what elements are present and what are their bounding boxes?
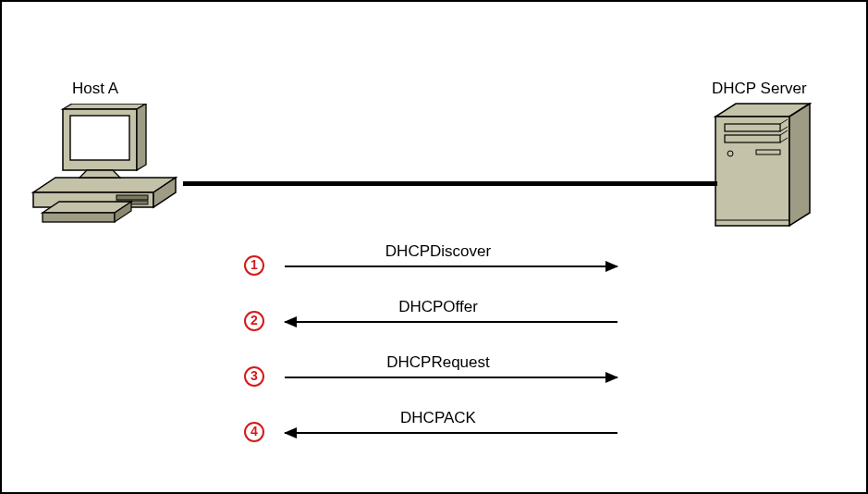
- step-1-label: DHCPDiscover: [244, 242, 632, 261]
- step-4-row: 4 DHCPACK: [244, 413, 632, 450]
- step-3-row: 3 DHCPRequest: [244, 357, 632, 394]
- svg-rect-11: [43, 213, 115, 222]
- svg-rect-8: [70, 116, 129, 160]
- host-label: Host A: [72, 80, 118, 98]
- svg-marker-15: [789, 104, 810, 226]
- dhcp-server-icon: [714, 102, 815, 229]
- diagram-canvas: Host A DHCP Server: [0, 0, 868, 494]
- network-cable: [183, 181, 717, 186]
- step-3-label: DHCPRequest: [244, 353, 632, 372]
- svg-marker-7: [137, 104, 146, 170]
- svg-rect-14: [715, 117, 789, 226]
- step-2-label: DHCPOffer: [244, 298, 632, 316]
- server-label: DHCP Server: [712, 80, 807, 98]
- svg-marker-5: [63, 104, 146, 109]
- svg-marker-9: [79, 170, 120, 178]
- step-2-row: 2 DHCPOffer: [244, 302, 632, 339]
- step-1-row: 1 DHCPDiscover: [244, 246, 632, 283]
- step-4-label: DHCPACK: [244, 409, 632, 427]
- host-computer-icon: [30, 104, 187, 242]
- svg-rect-3: [116, 195, 148, 200]
- svg-marker-0: [33, 178, 176, 192]
